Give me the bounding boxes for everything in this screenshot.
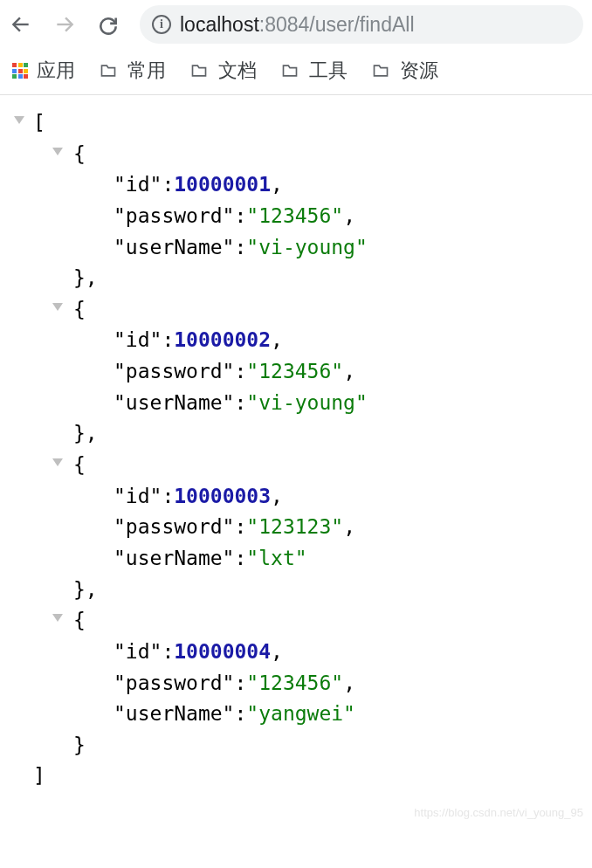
- apps-icon: [12, 63, 28, 79]
- json-object: { "id": 10000003, "password": "123123", …: [33, 450, 583, 605]
- brace-open: {: [73, 453, 86, 476]
- toggle-icon[interactable]: [52, 614, 63, 622]
- json-property: "userName": "vi-young": [114, 388, 583, 419]
- browser-toolbar: i localhost:8084/user/findAll: [0, 0, 592, 49]
- reload-button[interactable]: [96, 12, 120, 37]
- bookmark-label: 常用: [127, 58, 166, 84]
- bookmark-folder[interactable]: 工具: [279, 58, 348, 84]
- apps-shortcut[interactable]: 应用: [12, 58, 75, 84]
- json-property: "password": "123456",: [114, 668, 583, 699]
- toggle-icon[interactable]: [52, 303, 63, 311]
- json-property: "userName": "lxt": [114, 543, 583, 575]
- brace-close: }: [73, 734, 86, 756]
- bookmark-folder[interactable]: 常用: [98, 58, 166, 84]
- bookmark-folder[interactable]: 资源: [370, 58, 438, 84]
- json-object: { "id": 10000004, "password": "123456", …: [33, 605, 583, 761]
- brace-close: },: [73, 422, 98, 444]
- toggle-icon[interactable]: [14, 116, 24, 124]
- bookmark-label: 文档: [218, 58, 257, 84]
- bookmark-label: 资源: [400, 58, 438, 84]
- forward-button[interactable]: [52, 12, 77, 37]
- brace-open: {: [73, 142, 86, 165]
- json-object: { "id": 10000002, "password": "123456", …: [33, 294, 583, 450]
- json-property: "id": 10000002,: [114, 325, 583, 356]
- folder-icon: [189, 62, 210, 79]
- json-property: "id": 10000004,: [114, 637, 583, 668]
- info-icon[interactable]: i: [152, 15, 171, 34]
- json-property: "id": 10000001,: [114, 169, 583, 201]
- brace-open: {: [73, 298, 86, 320]
- brace-open: {: [73, 609, 86, 631]
- json-viewer: [ { "id": 10000001, "password": "123456"…: [0, 95, 592, 827]
- folder-icon: [98, 62, 119, 79]
- json-property: "password": "123456",: [114, 201, 583, 232]
- folder-icon: [370, 62, 391, 79]
- url-path: /user/findAll: [309, 13, 414, 36]
- json-object: { "id": 10000001, "password": "123456", …: [33, 139, 583, 294]
- bracket-open: [: [33, 111, 45, 134]
- bracket-close: ]: [33, 764, 45, 787]
- json-property: "userName": "yangwei": [114, 699, 583, 730]
- brace-close: },: [73, 266, 98, 289]
- url-host: localhost: [180, 13, 259, 36]
- json-property: "id": 10000003,: [114, 481, 583, 513]
- json-property: "password": "123123",: [114, 512, 583, 543]
- url-text: localhost:8084/user/findAll: [180, 13, 415, 37]
- bookmark-label: 工具: [309, 58, 348, 84]
- toggle-icon[interactable]: [52, 458, 63, 466]
- brace-close: },: [73, 578, 98, 601]
- bookmarks-bar: 应用 常用文档工具资源: [0, 49, 592, 95]
- bookmark-folder[interactable]: 文档: [189, 58, 257, 84]
- json-property: "password": "123456",: [114, 356, 583, 388]
- url-port: :8084: [259, 13, 310, 36]
- folder-icon: [279, 62, 300, 79]
- back-button[interactable]: [9, 12, 33, 37]
- watermark: https://blog.csdn.net/vi_young_95: [414, 804, 583, 822]
- apps-label: 应用: [37, 58, 75, 84]
- address-bar[interactable]: i localhost:8084/user/findAll: [140, 5, 583, 44]
- toggle-icon[interactable]: [52, 148, 63, 155]
- json-property: "userName": "vi-young": [114, 232, 583, 264]
